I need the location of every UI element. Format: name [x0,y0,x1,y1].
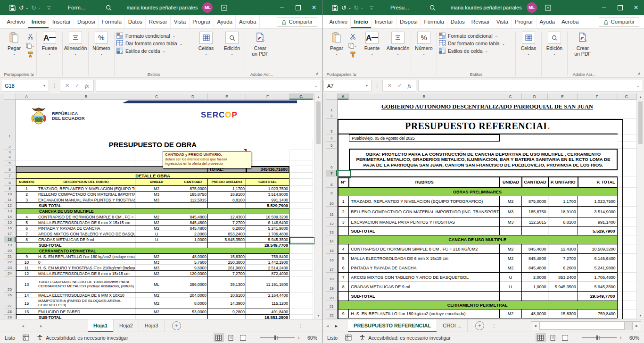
item-desc-cell[interactable]: H. S. EN REPLANTILLO f'c= 180 kg/cm2 (in… [349,310,500,318]
cells-dropdown-icon[interactable]: ⌄ [527,51,530,56]
column-header[interactable]: B [349,93,499,100]
item-total-cell[interactable]: 6.146,6400 [578,254,618,263]
row-header[interactable]: 26 [4,293,16,298]
row-header[interactable]: 19 [4,243,16,248]
undo-dropdown-icon[interactable]: ⌄ [24,2,30,13]
ribbon-tab-vista[interactable]: Vista [493,15,512,28]
date-cell[interactable]: Puebloviejo, 05 de Agosto del 2025 [349,134,500,142]
create-pdf-button[interactable]: Crearun PDF [570,30,596,71]
cell[interactable] [618,196,637,207]
row-header[interactable]: 19 [326,282,338,292]
item-qty-cell[interactable]: 112,5015 [178,197,208,203]
row-header[interactable]: 8 [4,179,16,186]
item-qty-cell[interactable]: 53,0000 [178,309,208,315]
sheet-tab[interactable]: PRESUPUESTO REFERENCIAL [348,319,437,332]
ribbon-tab-vista[interactable]: Vista [171,15,189,28]
item-price-cell[interactable]: 853,2400 [548,273,578,282]
ribbon-tab-datos[interactable]: Datos [125,15,146,28]
cell[interactable] [618,188,637,196]
subtotal-label-cell[interactable]: SUB-TOTAL [37,243,135,248]
doc-title-cell[interactable]: PRESUPUESTO DE OBRA [16,139,289,150]
item-number-cell[interactable]: 1 [338,196,349,207]
row-header[interactable]: 3 [4,150,16,155]
accessibility-status-label[interactable]: Accesibilidad: es necesario investigar [368,335,451,341]
item-desc-cell[interactable]: ARCOS MIXTOS CON TABLERO Y ARCO DE BASQU… [37,231,135,237]
paste-button[interactable]: Pegar ⌄ [326,30,347,71]
column-header-cell[interactable]: UNIDAD [135,179,178,186]
column-header[interactable]: C [499,93,521,100]
cell[interactable] [135,243,178,248]
item-qty-cell[interactable]: 120,0000 [178,271,208,276]
tabbar-options-icon[interactable]: ⋮ [492,323,497,328]
row-header[interactable]: 28 [4,309,16,315]
cell[interactable] [16,160,37,166]
cell[interactable] [246,150,289,155]
item-qty-cell[interactable]: 845,4800 [178,220,208,226]
item-total-cell[interactable]: 1.442,1900 [246,259,289,265]
column-header-cell[interactable]: SUBTOTAL [246,179,289,186]
cell[interactable] [246,160,289,166]
cell[interactable] [289,160,313,166]
item-desc-cell[interactable]: EXCAVACION MANUAL PARA PLINTOS Y RIOSTRA… [349,218,500,227]
column-header[interactable]: D [522,93,548,100]
item-qty-cell[interactable]: 286,0000 [178,276,208,293]
row-header[interactable]: 14 [4,214,16,220]
formula-input[interactable]: ⌄ [96,80,321,92]
ribbon-tab-inicio[interactable]: Inicio [28,15,49,28]
item-desc-cell[interactable]: RELLENO COMPACTADO CON MATERIAL IMPORTAD… [349,207,500,218]
cell[interactable] [618,318,637,319]
minimize-button[interactable]: ─ [596,0,612,15]
row-header[interactable]: 16 [4,226,16,231]
conditional-formatting-button[interactable]: Formato condicional ⌄ [439,33,505,39]
row-header[interactable]: 21 [4,254,16,259]
cell[interactable] [618,134,637,142]
scroll-right-icon[interactable]: ► [632,321,641,330]
item-unit-cell[interactable]: M3 [135,259,178,265]
column-header-cell[interactable]: UNIDAD [500,176,522,188]
item-desc-cell[interactable]: GRADAS METALICAS DE 9 ml [37,237,135,243]
row-header[interactable]: 1 [4,100,16,139]
item-number-cell[interactable]: 9 [16,254,37,259]
number-dropdown-icon[interactable]: ⌄ [100,51,103,56]
scrollbar-thumb[interactable] [638,101,643,144]
item-desc-cell[interactable]: CONTRAPISO DE HORMIGON SIMPLE 8 CM , FC … [349,244,500,254]
item-qty-cell[interactable]: 112,5015 [522,218,548,227]
ribbon-tab-insertar[interactable]: Insertar [372,15,396,28]
zoom-level[interactable]: 60% [622,335,639,341]
copy-icon[interactable]: ⌄ [26,42,34,49]
maximize-button[interactable] [612,0,628,15]
cell[interactable] [208,243,246,248]
accessibility-icon[interactable] [37,335,43,341]
cell[interactable] [289,315,313,319]
cell[interactable] [135,203,178,209]
normal-view-icon[interactable] [536,333,546,342]
ribbon-tab-prograr[interactable]: Prograr [190,15,214,28]
item-total-cell[interactable]: 10.509,3200 [578,244,618,254]
conditional-formatting-button[interactable]: Formato condicional ⌄ [116,33,182,39]
row-header[interactable]: 4 [326,134,338,142]
ribbon-tab-archivo[interactable]: Archivo [326,15,351,28]
cell[interactable] [618,263,637,273]
cell[interactable] [37,150,135,155]
item-number-cell[interactable]: 2 [338,207,349,218]
cell[interactable] [618,218,637,227]
row-header[interactable]: 20 [4,248,16,254]
item-desc-cell[interactable]: H. S. EN REPLANTILLO f'c= 180 kg/cm2 (in… [37,254,135,259]
row-header[interactable]: 12 [4,203,16,209]
row-header[interactable]: 13 [4,209,16,214]
row-header[interactable]: 12 [326,218,338,227]
sheet-tab[interactable]: Hoja1 [88,319,114,332]
undo-dropdown-icon[interactable]: ⌄ [347,2,353,13]
copy-dropdown-icon[interactable]: ⌄ [354,44,357,48]
font-dropdown-icon[interactable]: ⌄ [48,51,51,56]
cell[interactable] [500,227,522,235]
cell[interactable] [289,150,313,155]
cut-icon[interactable] [348,33,357,40]
cell[interactable] [289,231,313,237]
hscrollbar-track[interactable] [540,321,632,330]
item-unit-cell[interactable]: M2 [135,186,178,192]
row-header[interactable]: 10 [4,192,16,197]
number-button[interactable]: % Número ⌄ [413,30,435,71]
item-unit-cell[interactable]: M3 [135,192,178,197]
ribbon-tab-ayuda[interactable]: Ayuda [537,15,558,28]
